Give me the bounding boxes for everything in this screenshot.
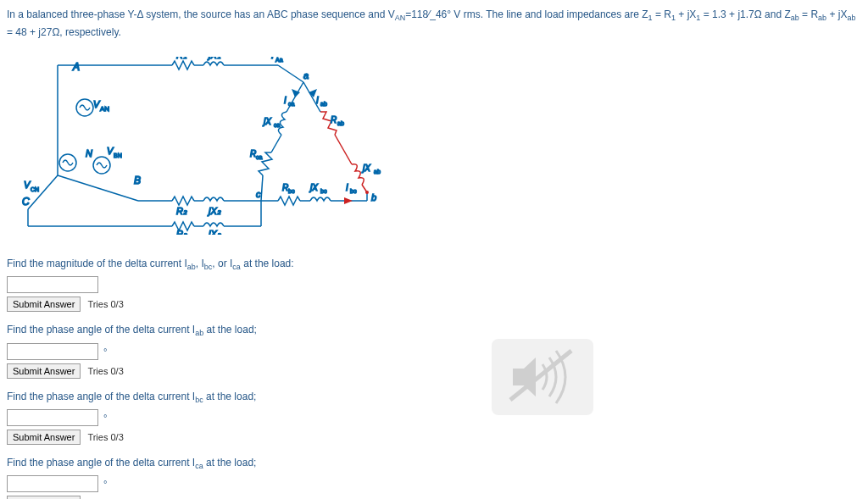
svg-text:R₁: R₁ [176, 57, 186, 60]
svg-text:jX₂: jX₂ [207, 206, 221, 216]
svg-text:jX: jX [309, 183, 318, 192]
svg-text:a: a [303, 70, 309, 80]
svg-line-33 [278, 65, 303, 82]
svg-text:ab: ab [374, 169, 381, 175]
svg-text:BN: BN [114, 152, 122, 158]
svg-text:N: N [86, 148, 92, 158]
svg-text:c: c [256, 189, 261, 199]
speaker-muted-icon [492, 339, 593, 415]
answer-input-q2[interactable] [7, 343, 98, 360]
svg-text:jX₃: jX₃ [207, 229, 221, 235]
question-1: Find the magnitude of the delta current … [7, 258, 861, 312]
unit-q4: ° [103, 479, 107, 489]
unit-q3: ° [103, 413, 107, 423]
question-2: Find the phase angle of the delta curren… [7, 324, 861, 378]
question-4: Find the phase angle of the delta curren… [7, 457, 861, 499]
svg-text:I: I [346, 183, 348, 192]
svg-text:ab: ab [337, 120, 344, 126]
svg-line-36 [271, 135, 281, 152]
svg-point-67 [365, 191, 369, 194]
svg-text:jX₁: jX₁ [207, 57, 220, 60]
svg-text:ca: ca [288, 101, 295, 107]
svg-text:I: I [284, 96, 287, 105]
svg-text:R₃: R₃ [176, 229, 187, 235]
problem-statement: In a balanced three-phase Y-Δ system, th… [7, 7, 861, 40]
svg-text:ab: ab [320, 101, 327, 107]
tries-q2: Tries 0/3 [87, 366, 123, 376]
svg-text:jX: jX [361, 164, 370, 173]
svg-text:CN: CN [31, 186, 39, 192]
svg-text:R₂: R₂ [176, 206, 187, 216]
unit-q2: ° [103, 347, 107, 357]
svg-text:bc: bc [350, 188, 357, 194]
svg-text:ca: ca [256, 154, 263, 160]
submit-button-q3[interactable]: Submit Answer [7, 430, 81, 445]
tries-q1: Tries 0/3 [87, 299, 123, 309]
svg-text:ca: ca [274, 122, 281, 128]
answer-input-q4[interactable] [7, 475, 98, 492]
svg-text:bc: bc [288, 188, 295, 194]
question-3: Find the phase angle of the delta curren… [7, 391, 861, 445]
svg-line-37 [261, 175, 263, 201]
circuit-diagram: V AN A N B V CN V BN C R₁ jX₁ I Aa R₂ jX… [7, 57, 397, 235]
svg-text:I: I [316, 96, 319, 105]
svg-text:b: b [371, 192, 376, 202]
svg-text:C: C [22, 196, 30, 208]
svg-line-45 [335, 135, 352, 164]
answer-input-q3[interactable] [7, 409, 98, 426]
svg-marker-66 [344, 197, 353, 204]
svg-text:jX: jX [262, 117, 271, 126]
svg-text:bc: bc [320, 188, 327, 194]
submit-button-q2[interactable]: Submit Answer [7, 363, 81, 379]
svg-text:I: I [271, 57, 274, 60]
submit-button-q4[interactable]: Submit Answer [7, 496, 81, 499]
svg-text:A: A [72, 61, 80, 73]
svg-rect-68 [492, 339, 593, 415]
svg-text:Aa: Aa [275, 57, 283, 63]
svg-text:R: R [331, 115, 337, 125]
svg-text:B: B [134, 175, 141, 186]
question-2-prompt: Find the phase angle of the delta curren… [7, 324, 861, 337]
svg-text:AN: AN [100, 105, 109, 113]
submit-button-q1[interactable]: Submit Answer [7, 297, 81, 312]
tries-q3: Tries 0/3 [87, 432, 123, 442]
question-4-prompt: Find the phase angle of the delta curren… [7, 457, 861, 470]
question-3-prompt: Find the phase angle of the delta curren… [7, 391, 861, 404]
answer-input-q1[interactable] [7, 276, 98, 293]
question-1-prompt: Find the magnitude of the delta current … [7, 258, 861, 271]
